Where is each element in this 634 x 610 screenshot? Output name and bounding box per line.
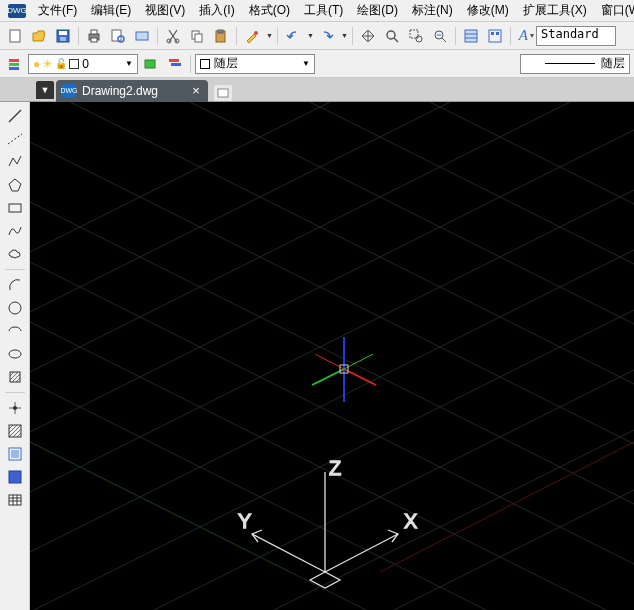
layer-states-button[interactable] [164,53,186,75]
menu-file[interactable]: 文件(F) [32,0,83,21]
svg-line-75 [30,442,290,572]
construction-line-tool[interactable] [4,129,26,149]
menu-extension[interactable]: 扩展工具(X) [517,0,593,21]
save-button[interactable] [52,25,74,47]
document-tab[interactable]: DWG Drawing2.dwg × [56,80,208,102]
svg-rect-15 [218,30,223,33]
svg-line-70 [30,392,634,610]
menu-edit[interactable]: 编辑(E) [85,0,137,21]
gradient-tool[interactable] [4,444,26,464]
svg-rect-32 [169,59,179,62]
svg-rect-0 [10,30,20,42]
svg-line-58 [30,272,634,610]
menu-window[interactable]: 窗口(W [595,0,634,21]
color-swatch-icon [69,59,79,69]
pan-button[interactable] [357,25,379,47]
drawing-canvas[interactable]: Z Y X [30,102,634,610]
paste-button[interactable] [210,25,232,47]
rectangle-tool[interactable] [4,198,26,218]
insert-block-tool[interactable] [4,367,26,387]
document-tab-label: Drawing2.dwg [82,84,182,98]
open-button[interactable] [28,25,50,47]
polygon-tool[interactable] [4,175,26,195]
zoom-previous-button[interactable] [429,25,451,47]
color-dropdown[interactable]: 随层 ▼ [195,54,315,74]
layer-name-label: 0 [82,57,89,71]
svg-point-16 [254,31,258,35]
menu-insert[interactable]: 插入(I) [193,0,240,21]
spline-tool[interactable] [4,221,26,241]
svg-line-67 [30,212,634,610]
layer-dropdown[interactable]: ● ☀ 🔓 0 ▼ [28,54,138,74]
redo-button[interactable] [316,25,338,47]
arc-tool[interactable] [4,275,26,295]
zoom-window-button[interactable] [405,25,427,47]
svg-rect-34 [218,89,228,97]
linetype-label: 随层 [601,55,625,72]
document-icon: DWG [62,84,76,98]
region-tool[interactable] [4,467,26,487]
polyline-tool[interactable] [4,152,26,172]
tab-add-button[interactable] [214,85,232,101]
svg-point-20 [416,36,422,42]
match-properties-button[interactable] [241,25,263,47]
dropdown-arrow-icon[interactable]: ▼ [266,32,273,39]
menu-view[interactable]: 视图(V) [139,0,191,21]
point-tool[interactable] [4,398,26,418]
print-preview-button[interactable] [107,25,129,47]
svg-line-54 [30,152,634,602]
undo-button[interactable] [282,25,304,47]
new-button[interactable] [4,25,26,47]
textstyle-dropdown[interactable]: Standard [536,26,616,46]
dropdown-arrow-icon[interactable]: ▼ [341,32,348,39]
menu-bar: DWG 文件(F) 编辑(E) 视图(V) 插入(I) 格式(O) 工具(T) … [0,0,634,22]
svg-rect-5 [91,30,97,34]
ellipse-arc-tool[interactable] [4,321,26,341]
svg-rect-27 [496,32,499,35]
tab-home-button[interactable]: ▼ [36,81,54,99]
menu-dimension[interactable]: 标注(N) [406,0,459,21]
linetype-dropdown[interactable]: 随层 [520,54,630,74]
print-button[interactable] [83,25,105,47]
svg-rect-41 [10,372,20,382]
toolbar-layers: ● ☀ 🔓 0 ▼ 随层 ▼ 随层 [0,50,634,78]
color-swatch-icon [200,59,210,69]
svg-line-74 [380,442,634,572]
layer-properties-button[interactable] [4,53,26,75]
revcloud-tool[interactable] [4,244,26,264]
properties-button[interactable] [460,25,482,47]
menu-draw[interactable]: 绘图(D) [351,0,404,21]
plot-button[interactable] [131,25,153,47]
svg-line-63 [30,102,634,302]
line-tool[interactable] [4,106,26,126]
svg-rect-49 [9,495,21,505]
svg-rect-13 [195,34,202,42]
tab-close-button[interactable]: × [188,83,204,99]
dropdown-arrow-icon[interactable]: ▼ [307,32,314,39]
svg-rect-38 [9,204,21,212]
layer-previous-button[interactable] [140,53,162,75]
svg-line-35 [9,110,21,122]
textstyle-icon: A [519,27,528,44]
copy-button[interactable] [186,25,208,47]
design-center-button[interactable] [484,25,506,47]
circle-tool[interactable] [4,298,26,318]
ucs-icon: Z Y X [238,457,417,588]
svg-point-39 [9,302,21,314]
cut-button[interactable] [162,25,184,47]
draw-toolbar [0,102,30,610]
menu-format[interactable]: 格式(O) [243,0,296,21]
ellipse-tool[interactable] [4,344,26,364]
table-tool[interactable] [4,490,26,510]
menu-modify[interactable]: 修改(M) [461,0,515,21]
svg-line-68 [30,272,634,610]
svg-text:Y: Y [238,510,251,532]
lightbulb-icon: ● [33,57,40,71]
hatch-tool[interactable] [4,421,26,441]
svg-rect-22 [465,30,477,42]
zoom-realtime-button[interactable] [381,25,403,47]
svg-line-72 [30,102,634,362]
svg-line-64 [30,152,634,602]
svg-rect-6 [91,38,97,42]
menu-tools[interactable]: 工具(T) [298,0,349,21]
